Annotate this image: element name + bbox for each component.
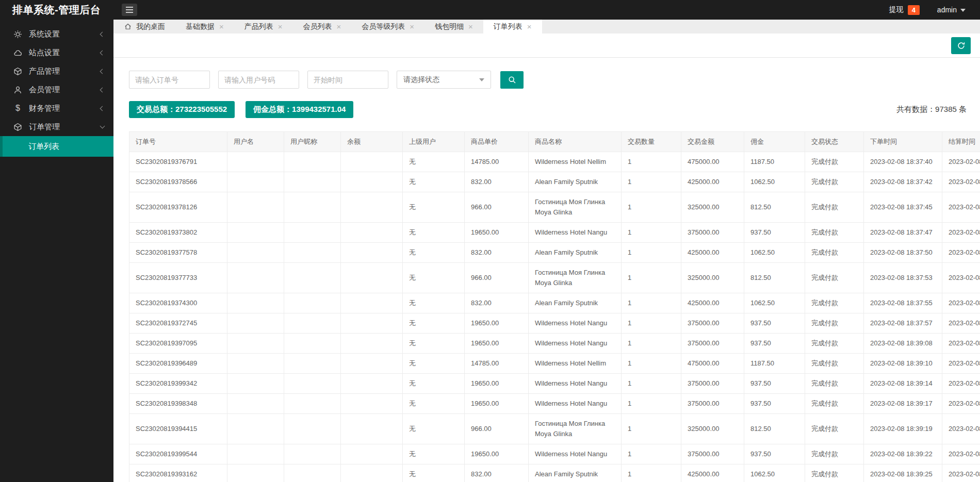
table-cell: Alean Family Sputnik — [529, 464, 622, 482]
table-cell: 无 — [403, 293, 465, 313]
table-cell: 2023-02-08 18:39:26 — [942, 464, 980, 482]
tab-我的桌面[interactable]: 我的桌面 — [114, 20, 175, 34]
table-cell: 1 — [622, 293, 681, 313]
table-cell: 1 — [622, 263, 681, 293]
tab-订单列表[interactable]: 订单列表× — [483, 20, 542, 34]
table-cell: 完成付款 — [805, 172, 864, 192]
table-cell — [284, 334, 341, 354]
table-cell: 375000.00 — [681, 334, 744, 354]
tab-会员等级列表[interactable]: 会员等级列表× — [351, 20, 424, 34]
table-cell: 475000.00 — [681, 354, 744, 374]
table-cell: 325000.00 — [681, 263, 744, 293]
table-cell — [227, 243, 284, 263]
table-cell: 812.50 — [744, 192, 805, 223]
table-cell: 2023-02-08 18:39:18 — [942, 394, 980, 414]
search-icon — [508, 76, 516, 84]
column-header-商品名称: 商品名称 — [529, 132, 622, 152]
tab-label: 会员列表 — [303, 22, 332, 31]
sidebar-item-label: 订单管理 — [29, 122, 101, 132]
table-cell — [227, 414, 284, 444]
table-cell: SC23020819377578 — [129, 243, 227, 263]
table-cell: 无 — [403, 354, 465, 374]
tab-会员列表[interactable]: 会员列表× — [293, 20, 352, 34]
sidebar-item-label: 系统设置 — [29, 29, 101, 39]
table-cell — [341, 152, 403, 172]
tab-钱包明细[interactable]: 钱包明细× — [424, 20, 483, 34]
sidebar-item-产品管理[interactable]: 产品管理 — [0, 62, 113, 80]
refresh-button[interactable] — [951, 37, 971, 54]
table-cell: Wilderness Hotel Nangu — [529, 374, 622, 394]
table-cell — [227, 172, 284, 192]
sidebar-item-财务管理[interactable]: $财务管理 — [0, 99, 113, 118]
chevron-left-icon — [100, 31, 105, 37]
table-cell — [227, 354, 284, 374]
close-icon[interactable]: × — [337, 23, 341, 30]
search-button[interactable] — [500, 71, 524, 89]
table-row: SC23020819378566无832.00Alean Family Sput… — [129, 172, 980, 192]
table-cell — [341, 444, 403, 464]
order-no-input[interactable] — [129, 71, 210, 89]
column-header-交易数量: 交易数量 — [622, 132, 681, 152]
table-cell — [227, 263, 284, 293]
status-select[interactable]: 请选择状态 — [397, 71, 491, 89]
table-cell: Wilderness Hotel Nangu — [529, 313, 622, 334]
close-icon[interactable]: × — [219, 23, 224, 30]
table-cell: 19650.00 — [465, 444, 529, 464]
table-cell: Alean Family Sputnik — [529, 293, 622, 313]
user-no-input[interactable] — [218, 71, 299, 89]
table-cell: SC23020819399342 — [129, 374, 227, 394]
table-cell: Alean Family Sputnik — [529, 243, 622, 263]
withdraw-label: 提现 — [889, 5, 904, 14]
table-cell: 1 — [622, 414, 681, 444]
close-icon[interactable]: × — [410, 23, 414, 30]
chevron-left-icon — [100, 106, 105, 111]
table-cell: 375000.00 — [681, 223, 744, 243]
trade-total-chip: 交易总额：273223505552 — [129, 101, 235, 118]
table-cell: Гостиница Моя Глинка Moya Glinka — [529, 263, 622, 293]
close-icon[interactable]: × — [468, 23, 473, 30]
table-cell: 19650.00 — [465, 334, 529, 354]
chevron-left-icon — [100, 87, 105, 92]
close-icon[interactable]: × — [278, 23, 283, 30]
table-cell: 2023-02-08 18:39:10 — [864, 354, 942, 374]
sidebar-item-系统设置[interactable]: 系统设置 — [0, 25, 113, 43]
table-cell: 完成付款 — [805, 313, 864, 334]
close-icon[interactable]: × — [527, 23, 532, 30]
user-menu[interactable]: admin — [937, 6, 966, 14]
table-cell: Wilderness Hotel Nangu — [529, 223, 622, 243]
table-cell: 966.00 — [465, 263, 529, 293]
table-cell — [284, 152, 341, 172]
table-cell: 无 — [403, 263, 465, 293]
sidebar-item-label: 会员管理 — [29, 85, 101, 95]
sidebar-item-订单管理[interactable]: 订单管理 — [0, 118, 113, 136]
table-cell: 2023-02-08 18:37:52 — [942, 243, 980, 263]
withdraw-link[interactable]: 提现 4 — [889, 5, 920, 15]
table-cell — [227, 444, 284, 464]
table-cell: 375000.00 — [681, 374, 744, 394]
table-cell — [227, 394, 284, 414]
table-cell: 2023-02-08 18:37:41 — [942, 152, 980, 172]
table-cell: 无 — [403, 313, 465, 334]
table-cell: 937.50 — [744, 334, 805, 354]
table-cell: 832.00 — [465, 243, 529, 263]
table-cell: SC23020819393162 — [129, 464, 227, 482]
orders-table: 订单号用户名用户昵称余额上级用户商品单价商品名称交易数量交易金额佣金交易状态下单… — [129, 131, 980, 482]
sidebar-item-站点设置[interactable]: 站点设置 — [0, 43, 113, 62]
sidebar-item-会员管理[interactable]: 会员管理 — [0, 80, 113, 99]
column-header-上级用户: 上级用户 — [403, 132, 465, 152]
status-select-value: 请选择状态 — [403, 75, 439, 85]
table-cell: SC23020819399544 — [129, 444, 227, 464]
table-cell: 无 — [403, 464, 465, 482]
chevron-down-icon — [100, 124, 105, 129]
tab-产品列表[interactable]: 产品列表× — [234, 20, 293, 34]
table-cell: 2023-02-08 18:37:46 — [942, 192, 980, 223]
table-cell: 无 — [403, 223, 465, 243]
start-time-input[interactable] — [307, 71, 388, 89]
hamburger-menu-icon[interactable] — [122, 4, 137, 16]
table-cell: 2023-02-08 18:39:21 — [942, 414, 980, 444]
sidebar-item-label: 产品管理 — [29, 67, 101, 76]
table-cell: 完成付款 — [805, 444, 864, 464]
table-cell — [341, 263, 403, 293]
tab-基础数据[interactable]: 基础数据× — [175, 20, 234, 34]
sidebar-item-order-list[interactable]: 订单列表 — [0, 136, 113, 157]
